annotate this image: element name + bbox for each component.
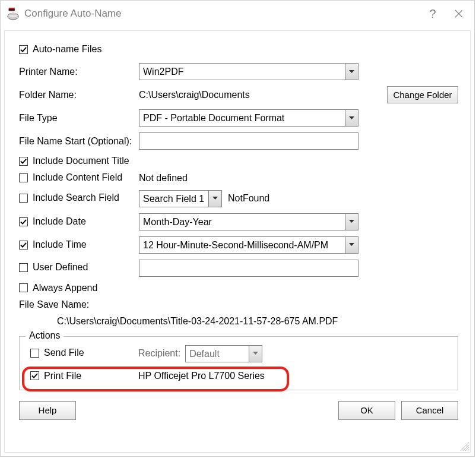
titlebar: Configure Auto-Name ? [1, 1, 474, 27]
include-content-value: Not defined [139, 173, 188, 184]
file-save-name-value: C:\Users\craig\Documents\Title-03-24-202… [57, 316, 338, 327]
autoname-checkbox[interactable] [19, 45, 28, 54]
file-name-start-label: File Name Start (Optional): [19, 136, 132, 146]
include-date-label[interactable]: Include Date [33, 216, 86, 227]
time-format-value[interactable]: 12 Hour-Minute-Second-Millisecond-AM/PM [139, 236, 345, 254]
print-file-label[interactable]: Print File [44, 371, 81, 381]
user-defined-input[interactable] [139, 260, 358, 276]
time-format-combo[interactable]: 12 Hour-Minute-Second-Millisecond-AM/PM [139, 236, 358, 254]
main-panel: Auto-name Files Printer Name: Win2PDF Fo… [4, 30, 471, 453]
help-icon[interactable]: ? [420, 1, 446, 27]
recipient-label: Recipient: [138, 348, 180, 359]
recipient-value: Default [185, 345, 249, 362]
printer-name-label: Printer Name: [19, 67, 78, 77]
send-file-label[interactable]: Send File [44, 348, 84, 358]
folder-name-label: Folder Name: [19, 90, 77, 100]
chevron-down-icon[interactable] [345, 63, 358, 80]
svg-point-3 [9, 13, 18, 17]
file-type-value[interactable]: PDF - Portable Document Format [139, 109, 345, 127]
autoname-label[interactable]: Auto-name Files [33, 44, 102, 55]
cancel-button[interactable]: Cancel [401, 401, 458, 420]
file-name-start-input-wrap [139, 132, 358, 150]
include-title-checkbox[interactable] [19, 157, 28, 166]
send-file-checkbox[interactable] [30, 349, 39, 358]
always-append-label[interactable]: Always Append [33, 283, 97, 293]
file-type-label: File Type [19, 113, 58, 123]
search-field-value[interactable]: Search Field 1 [139, 190, 208, 207]
dialog-title: Configure Auto-Name [24, 8, 420, 20]
actions-legend: Actions [26, 330, 64, 341]
ok-button[interactable]: OK [338, 401, 395, 420]
user-defined-checkbox[interactable] [19, 263, 28, 272]
svg-rect-4 [10, 14, 17, 15]
user-defined-input-wrap [139, 260, 358, 277]
include-content-label[interactable]: Include Content Field [33, 172, 122, 183]
include-search-label[interactable]: Include Search Field [33, 192, 119, 203]
dialog-footer: Help OK Cancel [19, 401, 458, 420]
printer-app-icon [7, 7, 20, 20]
recipient-combo: Default [185, 345, 262, 362]
include-title-label[interactable]: Include Document Title [33, 156, 129, 166]
printer-name-combo[interactable]: Win2PDF [139, 63, 358, 80]
chevron-down-icon[interactable] [208, 190, 222, 207]
folder-name-value: C:\Users\craig\Documents [139, 90, 250, 100]
file-save-name-label: File Save Name: [19, 299, 89, 310]
include-time-label[interactable]: Include Time [33, 239, 87, 250]
printer-name-value[interactable]: Win2PDF [139, 63, 345, 80]
always-append-checkbox[interactable] [19, 283, 28, 292]
include-date-checkbox[interactable] [19, 217, 28, 226]
date-format-combo[interactable]: Month-Day-Year [139, 213, 358, 230]
include-content-checkbox[interactable] [19, 173, 28, 182]
include-search-checkbox[interactable] [19, 194, 28, 203]
svg-rect-0 [9, 8, 15, 11]
help-button[interactable]: Help [19, 401, 76, 420]
chevron-down-icon[interactable] [345, 109, 358, 127]
user-defined-label[interactable]: User Defined [33, 262, 88, 273]
date-format-value[interactable]: Month-Day-Year [139, 213, 345, 230]
close-icon[interactable] [446, 1, 472, 27]
search-field-combo[interactable]: Search Field 1 [139, 190, 222, 207]
file-type-combo[interactable]: PDF - Portable Document Format [139, 109, 358, 127]
actions-group: Actions Send File Recipient: Default [19, 336, 458, 390]
chevron-down-icon [249, 345, 262, 362]
search-field-status: NotFound [228, 193, 269, 204]
chevron-down-icon[interactable] [345, 236, 358, 254]
resize-grip-icon[interactable] [458, 440, 469, 451]
include-time-checkbox[interactable] [19, 241, 28, 249]
svg-line-5 [461, 443, 469, 451]
change-folder-button[interactable]: Change Folder [387, 86, 458, 103]
print-file-checkbox[interactable] [30, 371, 39, 380]
file-name-start-input[interactable] [139, 133, 358, 149]
svg-rect-1 [9, 10, 15, 11]
svg-line-8 [468, 450, 469, 451]
print-file-printer: HP Officejet Pro L7700 Series [138, 371, 265, 381]
chevron-down-icon[interactable] [345, 213, 358, 230]
configure-auto-name-dialog: Configure Auto-Name ? Auto-name Files Pr… [0, 0, 475, 457]
